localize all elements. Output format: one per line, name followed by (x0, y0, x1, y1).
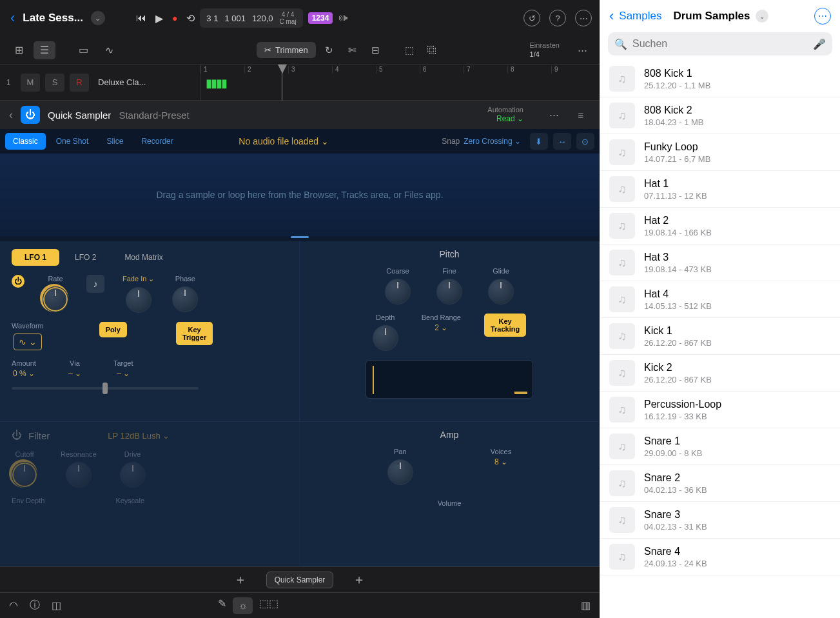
sample-row[interactable]: ♫ Kick 1 26.12.20 - 867 KB (600, 318, 840, 355)
region-view-button[interactable]: ▭ (72, 41, 94, 59)
fit-button[interactable]: ↔ (553, 133, 571, 150)
lfo-power[interactable]: ⏻ (12, 275, 24, 288)
tab-oneshot[interactable]: One Shot (48, 133, 97, 150)
key-tracking-button[interactable]: KeyTracking (484, 314, 526, 337)
add-plugin-left[interactable]: ＋ (234, 571, 247, 588)
voices-value[interactable]: 8 ⌄ (494, 457, 507, 466)
cycle-button[interactable]: ⟲ (186, 12, 195, 25)
sample-row[interactable]: ♫ Hat 1 07.11.13 - 12 KB (600, 171, 840, 208)
amount-value[interactable]: 0 % ⌄ (13, 369, 35, 378)
waveform-select[interactable]: ∿ ⌄ (14, 334, 42, 350)
lcd-display[interactable]: 3 1 1 001 120,0 4 / 4 C maj (200, 8, 302, 28)
beat-display[interactable]: 1234 (308, 12, 333, 24)
more-button[interactable]: ⋯ (575, 10, 592, 26)
split-tool[interactable]: ⊟ (366, 41, 386, 59)
key-trigger-button[interactable]: KeyTrigger (176, 322, 213, 345)
plugin-more[interactable]: ⋯ (544, 106, 563, 124)
mixer-button[interactable]: ⬚⬚ (259, 597, 278, 614)
select-tool[interactable]: ⬚ (400, 41, 419, 59)
tab-recorder[interactable]: Recorder (133, 133, 181, 150)
loop-tool[interactable]: ↻ (320, 41, 339, 59)
browser-back[interactable]: ‹ (609, 8, 614, 25)
pitch-envelope[interactable] (366, 360, 533, 399)
sample-row[interactable]: ♫ 808 Kick 1 25.12.20 - 1,1 MB (600, 61, 840, 97)
filter-type[interactable]: LP 12dB Lush ⌄ (108, 431, 170, 441)
project-dropdown[interactable]: ⌄ (91, 11, 105, 25)
glide-knob[interactable] (488, 279, 514, 304)
amount-slider[interactable] (12, 387, 199, 390)
filter-power[interactable]: ⏻ (12, 430, 22, 441)
search-field[interactable]: 🔍 🎤 (608, 32, 832, 55)
sync-button[interactable]: ♪ (86, 275, 104, 293)
fine-knob[interactable] (436, 279, 462, 304)
fadein-knob[interactable] (126, 287, 151, 313)
grid-view-button[interactable]: ⊞ (8, 41, 30, 59)
fadein-label[interactable]: Fade In ⌄ (122, 275, 154, 283)
resize-handle[interactable] (291, 236, 309, 238)
tab-lfo2[interactable]: LFO 2 (62, 249, 109, 266)
rewind-button[interactable]: ⏮ (136, 12, 146, 24)
sample-row[interactable]: ♫ Snare 1 29.09.00 - 8 KB (600, 428, 840, 465)
fx-button[interactable]: ☼ (233, 597, 253, 614)
record-arm-button[interactable]: R (70, 74, 89, 92)
help-button[interactable]: ? (549, 10, 566, 26)
timeline-ruler[interactable]: 123456789 ▮▮▮▮ (200, 65, 600, 100)
browser-more[interactable]: ⋯ (814, 8, 831, 25)
toolbar-more[interactable]: ⋯ (572, 41, 592, 59)
browser-title-dropdown[interactable]: ⌄ (756, 10, 768, 23)
copy-tool[interactable]: ⿻ (423, 41, 442, 59)
poly-button[interactable]: Poly (99, 322, 127, 337)
sample-row[interactable]: ♫ Hat 3 19.08.14 - 473 KB (600, 244, 840, 281)
automation-view-button[interactable]: ∿ (98, 41, 120, 59)
preset-name[interactable]: Standard-Preset (119, 110, 189, 121)
target-value[interactable]: – ⌄ (117, 369, 130, 378)
phase-knob[interactable] (172, 286, 198, 312)
record-button[interactable]: ● (172, 13, 177, 23)
add-plugin-right[interactable]: ＋ (353, 571, 366, 588)
snap-value[interactable]: Zero Crossing ⌄ (464, 137, 521, 146)
play-button[interactable]: ▶ (155, 12, 163, 25)
sample-row[interactable]: ♫ Kick 2 26.12.20 - 867 KB (600, 355, 840, 392)
track-name[interactable]: Deluxe Cla... (98, 77, 146, 87)
resonance-knob[interactable] (66, 462, 92, 488)
mic-icon[interactable]: 🎤 (813, 38, 826, 50)
tab-lfo1[interactable]: LFO 1 (12, 249, 59, 266)
browser-back-label[interactable]: Samples (619, 10, 661, 23)
cutoff-knob[interactable] (12, 462, 37, 488)
sample-row[interactable]: ♫ Hat 4 14.05.13 - 512 KB (600, 281, 840, 318)
bend-value[interactable]: 2 ⌄ (435, 323, 447, 332)
loops-button[interactable]: ◠ (9, 599, 18, 612)
no-audio-label[interactable]: No audio file loaded ⌄ (239, 136, 329, 146)
import-button[interactable]: ⬇ (530, 133, 548, 150)
sample-row[interactable]: ♫ Snare 4 24.09.13 - 24 KB (600, 539, 840, 575)
keyboard-button[interactable]: ▥ (581, 599, 591, 612)
tab-modmatrix[interactable]: Mod Matrix (112, 249, 175, 266)
pan-knob[interactable] (387, 459, 413, 485)
sample-row[interactable]: ♫ Snare 2 04.02.13 - 36 KB (600, 465, 840, 502)
sample-row[interactable]: ♫ Percussion-Loop 16.12.19 - 33 KB (600, 392, 840, 428)
sample-row[interactable]: ♫ Snare 3 04.02.13 - 31 KB (600, 502, 840, 539)
sample-row[interactable]: ♫ Hat 2 19.08.14 - 166 KB (600, 208, 840, 244)
solo-button[interactable]: S (45, 74, 64, 92)
depth-knob[interactable] (373, 325, 398, 351)
scissors-tool[interactable]: ✄ (343, 41, 362, 59)
mute-button[interactable]: M (21, 74, 40, 92)
list-view-button[interactable]: ☰ (34, 41, 55, 59)
sidebar-button[interactable]: ◫ (52, 599, 61, 612)
plugin-power[interactable]: ⏻ (21, 106, 40, 124)
drive-knob[interactable] (120, 462, 146, 488)
edit-button[interactable]: ✎ (218, 597, 226, 614)
sample-row[interactable]: ♫ 808 Kick 2 18.04.23 - 1 MB (600, 97, 840, 134)
search-input[interactable] (632, 38, 808, 50)
trim-tool[interactable]: ✂ Trimmen (257, 42, 316, 58)
plugin-slot[interactable]: Quick Sampler (266, 572, 334, 588)
metronome-button[interactable]: 🕪 (338, 12, 348, 24)
back-button[interactable]: ‹ (8, 7, 17, 29)
sample-drop-zone[interactable]: Drag a sample or loop here from the Brow… (0, 154, 600, 236)
via-value[interactable]: – ⌄ (68, 369, 81, 378)
rate-knob[interactable] (43, 286, 68, 312)
tab-classic[interactable]: Classic (5, 133, 46, 150)
snap-setting[interactable]: Einrasten 1/4 (530, 41, 560, 58)
undo-button[interactable]: ↺ (523, 10, 540, 26)
automation-mode[interactable]: Read ⌄ (487, 114, 523, 125)
